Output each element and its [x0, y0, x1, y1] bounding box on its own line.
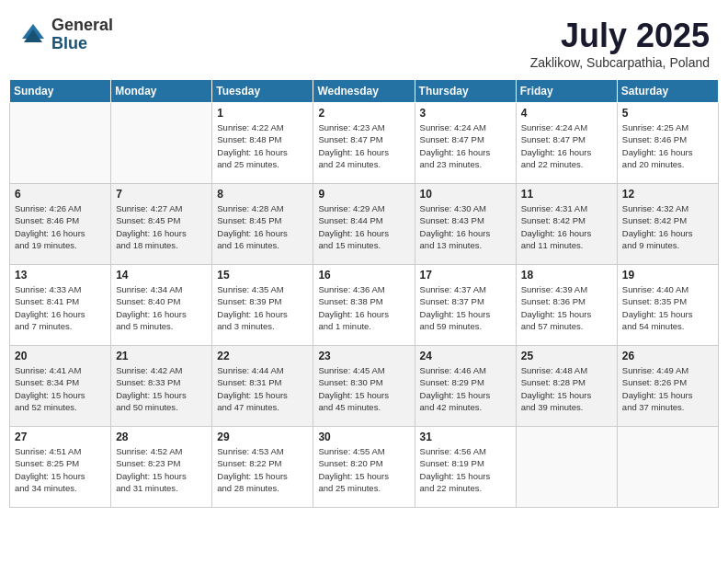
calendar-day-cell: 29Sunrise: 4:53 AMSunset: 8:22 PMDayligh…: [212, 427, 313, 508]
day-number: 1: [217, 107, 308, 120]
calendar-day-cell: 2Sunrise: 4:23 AMSunset: 8:47 PMDaylight…: [313, 103, 415, 184]
day-number: 16: [318, 269, 409, 282]
day-info: Sunrise: 4:56 AMSunset: 8:19 PMDaylight:…: [420, 445, 511, 494]
calendar-day-cell: [111, 103, 212, 184]
day-number: 29: [217, 431, 308, 443]
day-info: Sunrise: 4:45 AMSunset: 8:30 PMDaylight:…: [318, 364, 409, 413]
day-info: Sunrise: 4:24 AMSunset: 8:47 PMDaylight:…: [420, 121, 511, 170]
day-number: 12: [622, 188, 713, 201]
calendar-week-row: 20Sunrise: 4:41 AMSunset: 8:34 PMDayligh…: [10, 346, 719, 427]
calendar-day-cell: 5Sunrise: 4:25 AMSunset: 8:46 PMDaylight…: [617, 103, 718, 184]
calendar-day-cell: 23Sunrise: 4:45 AMSunset: 8:30 PMDayligh…: [313, 346, 415, 427]
weekday-header: Friday: [516, 80, 617, 103]
month-title: July 2025: [530, 17, 710, 55]
weekday-header: Wednesday: [313, 80, 415, 103]
day-info: Sunrise: 4:55 AMSunset: 8:20 PMDaylight:…: [318, 445, 409, 494]
day-number: 14: [116, 269, 207, 282]
day-info: Sunrise: 4:22 AMSunset: 8:48 PMDaylight:…: [217, 121, 308, 170]
day-info: Sunrise: 4:51 AMSunset: 8:25 PMDaylight:…: [15, 445, 106, 494]
calendar-day-cell: 6Sunrise: 4:26 AMSunset: 8:46 PMDaylight…: [10, 184, 111, 265]
logo-text: General Blue: [51, 17, 113, 53]
calendar-day-cell: 24Sunrise: 4:46 AMSunset: 8:29 PMDayligh…: [415, 346, 516, 427]
calendar-day-cell: 18Sunrise: 4:39 AMSunset: 8:36 PMDayligh…: [516, 265, 617, 346]
day-number: 26: [622, 350, 713, 362]
calendar-day-cell: 28Sunrise: 4:52 AMSunset: 8:23 PMDayligh…: [111, 427, 212, 508]
day-number: 17: [420, 269, 511, 282]
calendar-table: SundayMondayTuesdayWednesdayThursdayFrid…: [9, 79, 719, 508]
day-info: Sunrise: 4:32 AMSunset: 8:42 PMDaylight:…: [622, 202, 713, 251]
day-number: 5: [622, 107, 713, 120]
day-info: Sunrise: 4:37 AMSunset: 8:37 PMDaylight:…: [420, 283, 511, 332]
day-number: 13: [15, 269, 106, 282]
calendar-day-cell: 17Sunrise: 4:37 AMSunset: 8:37 PMDayligh…: [415, 265, 516, 346]
calendar-day-cell: 19Sunrise: 4:40 AMSunset: 8:35 PMDayligh…: [617, 265, 718, 346]
calendar-day-cell: 10Sunrise: 4:30 AMSunset: 8:43 PMDayligh…: [415, 184, 516, 265]
day-info: Sunrise: 4:42 AMSunset: 8:33 PMDaylight:…: [116, 364, 207, 413]
day-info: Sunrise: 4:23 AMSunset: 8:47 PMDaylight:…: [318, 121, 409, 170]
day-info: Sunrise: 4:40 AMSunset: 8:35 PMDaylight:…: [622, 283, 713, 332]
weekday-header-row: SundayMondayTuesdayWednesdayThursdayFrid…: [10, 80, 719, 103]
day-number: 30: [318, 431, 409, 443]
day-info: Sunrise: 4:39 AMSunset: 8:36 PMDaylight:…: [521, 283, 612, 332]
page-header: General Blue July 2025 Zaklikow, Subcarp…: [9, 9, 719, 74]
calendar-week-row: 6Sunrise: 4:26 AMSunset: 8:46 PMDaylight…: [10, 184, 719, 265]
day-info: Sunrise: 4:53 AMSunset: 8:22 PMDaylight:…: [217, 445, 308, 494]
day-number: 8: [217, 188, 308, 201]
calendar-day-cell: 3Sunrise: 4:24 AMSunset: 8:47 PMDaylight…: [415, 103, 516, 184]
calendar-day-cell: 12Sunrise: 4:32 AMSunset: 8:42 PMDayligh…: [617, 184, 718, 265]
weekday-header: Sunday: [10, 80, 111, 103]
calendar-day-cell: 25Sunrise: 4:48 AMSunset: 8:28 PMDayligh…: [516, 346, 617, 427]
day-info: Sunrise: 4:35 AMSunset: 8:39 PMDaylight:…: [217, 283, 308, 332]
calendar-week-row: 13Sunrise: 4:33 AMSunset: 8:41 PMDayligh…: [10, 265, 719, 346]
title-block: July 2025 Zaklikow, Subcarpathia, Poland: [530, 17, 710, 70]
calendar-day-cell: 27Sunrise: 4:51 AMSunset: 8:25 PMDayligh…: [10, 427, 111, 508]
day-info: Sunrise: 4:28 AMSunset: 8:45 PMDaylight:…: [217, 202, 308, 251]
day-info: Sunrise: 4:30 AMSunset: 8:43 PMDaylight:…: [420, 202, 511, 251]
day-number: 11: [521, 188, 612, 201]
calendar-day-cell: 16Sunrise: 4:36 AMSunset: 8:38 PMDayligh…: [313, 265, 415, 346]
day-number: 18: [521, 269, 612, 282]
weekday-header: Thursday: [415, 80, 516, 103]
calendar-day-cell: 9Sunrise: 4:29 AMSunset: 8:44 PMDaylight…: [313, 184, 415, 265]
day-info: Sunrise: 4:36 AMSunset: 8:38 PMDaylight:…: [318, 283, 409, 332]
day-info: Sunrise: 4:44 AMSunset: 8:31 PMDaylight:…: [217, 364, 308, 413]
day-info: Sunrise: 4:33 AMSunset: 8:41 PMDaylight:…: [15, 283, 106, 332]
day-number: 20: [15, 350, 106, 362]
calendar-day-cell: 7Sunrise: 4:27 AMSunset: 8:45 PMDaylight…: [111, 184, 212, 265]
calendar-day-cell: 21Sunrise: 4:42 AMSunset: 8:33 PMDayligh…: [111, 346, 212, 427]
day-number: 2: [318, 107, 409, 120]
day-info: Sunrise: 4:24 AMSunset: 8:47 PMDaylight:…: [521, 121, 612, 170]
day-number: 25: [521, 350, 612, 362]
day-number: 24: [420, 350, 511, 362]
calendar-day-cell: 26Sunrise: 4:49 AMSunset: 8:26 PMDayligh…: [617, 346, 718, 427]
day-info: Sunrise: 4:52 AMSunset: 8:23 PMDaylight:…: [116, 445, 207, 494]
day-info: Sunrise: 4:46 AMSunset: 8:29 PMDaylight:…: [420, 364, 511, 413]
calendar-day-cell: 11Sunrise: 4:31 AMSunset: 8:42 PMDayligh…: [516, 184, 617, 265]
calendar-day-cell: 20Sunrise: 4:41 AMSunset: 8:34 PMDayligh…: [10, 346, 111, 427]
weekday-header: Monday: [111, 80, 212, 103]
day-info: Sunrise: 4:25 AMSunset: 8:46 PMDaylight:…: [622, 121, 713, 170]
day-info: Sunrise: 4:48 AMSunset: 8:28 PMDaylight:…: [521, 364, 612, 413]
weekday-header: Tuesday: [212, 80, 313, 103]
calendar-day-cell: 15Sunrise: 4:35 AMSunset: 8:39 PMDayligh…: [212, 265, 313, 346]
calendar-day-cell: 14Sunrise: 4:34 AMSunset: 8:40 PMDayligh…: [111, 265, 212, 346]
day-info: Sunrise: 4:34 AMSunset: 8:40 PMDaylight:…: [116, 283, 207, 332]
logo-blue: Blue: [51, 35, 113, 53]
calendar-day-cell: 31Sunrise: 4:56 AMSunset: 8:19 PMDayligh…: [415, 427, 516, 508]
day-number: 31: [420, 431, 511, 443]
day-info: Sunrise: 4:31 AMSunset: 8:42 PMDaylight:…: [521, 202, 612, 251]
calendar-day-cell: 13Sunrise: 4:33 AMSunset: 8:41 PMDayligh…: [10, 265, 111, 346]
day-info: Sunrise: 4:29 AMSunset: 8:44 PMDaylight:…: [318, 202, 409, 251]
location-subtitle: Zaklikow, Subcarpathia, Poland: [530, 55, 710, 70]
day-info: Sunrise: 4:41 AMSunset: 8:34 PMDaylight:…: [15, 364, 106, 413]
day-number: 10: [420, 188, 511, 201]
day-number: 9: [318, 188, 409, 201]
day-number: 3: [420, 107, 511, 120]
calendar-day-cell: 30Sunrise: 4:55 AMSunset: 8:20 PMDayligh…: [313, 427, 415, 508]
day-number: 7: [116, 188, 207, 201]
day-number: 4: [521, 107, 612, 120]
calendar-day-cell: 22Sunrise: 4:44 AMSunset: 8:31 PMDayligh…: [212, 346, 313, 427]
day-number: 15: [217, 269, 308, 282]
logo-general: General: [51, 17, 113, 35]
day-number: 23: [318, 350, 409, 362]
